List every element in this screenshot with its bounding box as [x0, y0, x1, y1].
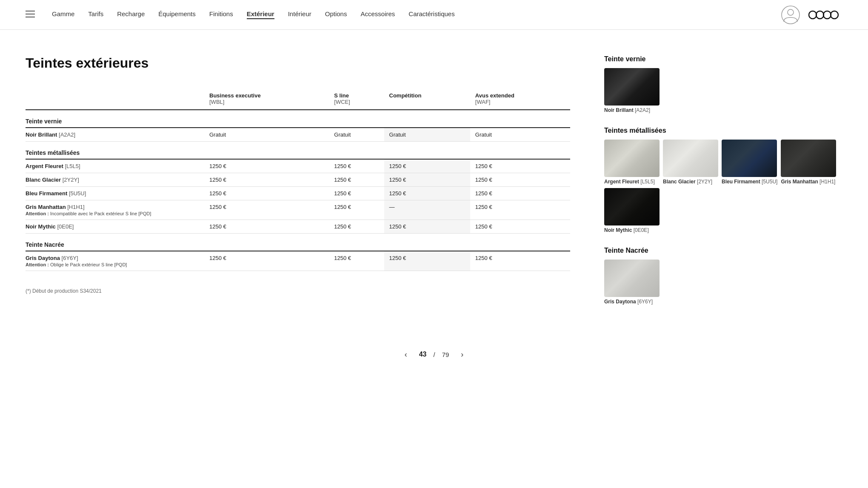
swatch-image — [604, 68, 660, 106]
row-value: 1250 € — [384, 251, 470, 271]
svg-point-3 — [782, 6, 799, 24]
section-header-row: Teinte Nacrée — [26, 234, 570, 251]
audi-logo — [808, 6, 842, 24]
row-value: Gratuit — [384, 128, 470, 142]
col-header-2: Compétition — [384, 88, 470, 110]
swatch-image — [722, 140, 777, 177]
section-title: Teintes métallisées — [26, 142, 570, 160]
row-value: 1250 € — [384, 159, 470, 173]
section-header-row: Teintes métallisées — [26, 142, 570, 160]
table-row: Noir Mythic [0E0E]1250 €1250 €1250 €1250… — [26, 220, 570, 234]
main-content: Teintes extérieures Business executive[W… — [0, 30, 868, 335]
current-page: 43 — [419, 351, 427, 358]
nav-link-caractristiques[interactable]: Caractéristiques — [408, 10, 454, 19]
swatch-label: Gris Daytona [6Y6Y] — [604, 299, 660, 305]
col-header-1: S line[WCE] — [329, 88, 384, 110]
row-value: Gratuit — [470, 128, 570, 142]
nav-link-recharge[interactable]: Recharge — [117, 10, 145, 19]
row-value: 1250 € — [204, 251, 329, 271]
swatch-item[interactable]: Noir Mythic [0E0E] — [604, 188, 660, 233]
user-avatar[interactable] — [781, 6, 800, 24]
table-row: Noir Brillant [A2A2]GratuitGratuitGratui… — [26, 128, 570, 142]
svg-point-5 — [809, 11, 817, 19]
color-swatches: Noir Brillant [A2A2] — [604, 68, 842, 113]
swatch-image — [604, 140, 660, 177]
row-value: 1250 € — [384, 220, 470, 234]
table-row: Argent Fleuret [L5L5]1250 €1250 €1250 €1… — [26, 159, 570, 173]
swatch-item[interactable]: Gris Daytona [6Y6Y] — [604, 260, 660, 305]
swatch-item[interactable]: Bleu Firmament [5U5U] — [722, 140, 777, 185]
swatch-item[interactable]: Argent Fleuret [L5L5] — [604, 140, 660, 185]
color-swatches: Argent Fleuret [L5L5]Blanc Glacier [2Y2Y… — [604, 140, 842, 233]
swatch-image — [663, 140, 718, 177]
swatch-label: Bleu Firmament [5U5U] — [722, 179, 777, 185]
swatch-image — [781, 140, 836, 177]
table-row: Gris Daytona [6Y6Y]Attention : Oblige le… — [26, 251, 570, 271]
row-value: 1250 € — [204, 220, 329, 234]
color-swatches: Gris Daytona [6Y6Y] — [604, 260, 842, 305]
svg-point-7 — [823, 11, 831, 19]
row-value: — — [384, 200, 470, 220]
color-section-title: Teinte Nacrée — [604, 247, 842, 254]
prev-page-button[interactable]: ‹ — [400, 348, 412, 361]
row-value: 1250 € — [329, 173, 384, 187]
row-value: 1250 € — [329, 187, 384, 200]
right-column: Teinte vernieNoir Brillant [A2A2]Teintes… — [604, 55, 842, 318]
pricing-table: Business executive[WBL]S line[WCE]Compét… — [26, 88, 570, 271]
svg-rect-0 — [26, 11, 35, 11]
swatch-item[interactable]: Blanc Glacier [2Y2Y] — [663, 140, 718, 185]
swatch-label: Blanc Glacier [2Y2Y] — [663, 179, 718, 185]
row-value: 1250 € — [329, 200, 384, 220]
row-value: 1250 € — [329, 251, 384, 271]
color-section: Teinte vernieNoir Brillant [A2A2] — [604, 55, 842, 113]
svg-rect-2 — [26, 17, 35, 17]
row-value: 1250 € — [204, 173, 329, 187]
footer-note: (*) Début de production S34/2021 — [26, 288, 570, 294]
row-value: 1250 € — [329, 159, 384, 173]
nav-link-gamme[interactable]: Gamme — [52, 10, 74, 19]
swatch-label: Noir Brillant [A2A2] — [604, 107, 660, 113]
total-pages: 79 — [442, 351, 449, 358]
row-label: Gris Daytona [6Y6Y]Attention : Oblige le… — [26, 251, 204, 271]
navigation: GammeTarifsRechargeÉquipementsFinitionsE… — [0, 0, 868, 30]
svg-rect-1 — [26, 14, 35, 14]
nav-right — [781, 6, 842, 24]
row-value: 1250 € — [204, 187, 329, 200]
nav-links: GammeTarifsRechargeÉquipementsFinitionsE… — [52, 10, 781, 19]
svg-point-4 — [788, 9, 794, 15]
section-title: Teinte Nacrée — [26, 234, 570, 251]
color-section-title: Teinte vernie — [604, 55, 842, 63]
nav-link-accessoires[interactable]: Accessoires — [360, 10, 395, 19]
row-value: 1250 € — [384, 173, 470, 187]
nav-link-intrieur[interactable]: Intérieur — [288, 10, 311, 19]
swatch-image — [604, 188, 660, 225]
svg-point-8 — [831, 11, 838, 19]
nav-link-finitions[interactable]: Finitions — [209, 10, 233, 19]
row-value: 1250 € — [470, 159, 570, 173]
row-value: 1250 € — [470, 173, 570, 187]
nav-link-tarifs[interactable]: Tarifs — [88, 10, 103, 19]
row-label: Noir Brillant [A2A2] — [26, 128, 204, 142]
swatch-item[interactable]: Noir Brillant [A2A2] — [604, 68, 660, 113]
svg-point-6 — [816, 11, 824, 19]
next-page-button[interactable]: › — [456, 348, 468, 361]
pagination: ‹ 43 / 79 › — [0, 335, 868, 369]
table-row: Blanc Glacier [2Y2Y]1250 €1250 €1250 €12… — [26, 173, 570, 187]
row-value: 1250 € — [470, 187, 570, 200]
table-label-header — [26, 88, 204, 110]
hamburger-menu[interactable] — [26, 10, 35, 20]
color-section-title: Teintes métallisées — [604, 127, 842, 134]
section-title: Teinte vernie — [26, 110, 570, 128]
swatch-item[interactable]: Gris Manhattan [H1H1] — [781, 140, 836, 185]
row-label: Blanc Glacier [2Y2Y] — [26, 173, 204, 187]
page-separator: / — [433, 351, 435, 358]
left-column: Teintes extérieures Business executive[W… — [26, 55, 570, 318]
row-label: Argent Fleuret [L5L5] — [26, 159, 204, 173]
nav-link-options[interactable]: Options — [325, 10, 347, 19]
row-label: Bleu Firmament [5U5U] — [26, 187, 204, 200]
row-value: Gratuit — [204, 128, 329, 142]
nav-link-quipements[interactable]: Équipements — [158, 10, 196, 19]
page-title: Teintes extérieures — [26, 55, 570, 71]
nav-link-extrieur[interactable]: Extérieur — [247, 10, 274, 19]
color-section: Teinte NacréeGris Daytona [6Y6Y] — [604, 247, 842, 305]
